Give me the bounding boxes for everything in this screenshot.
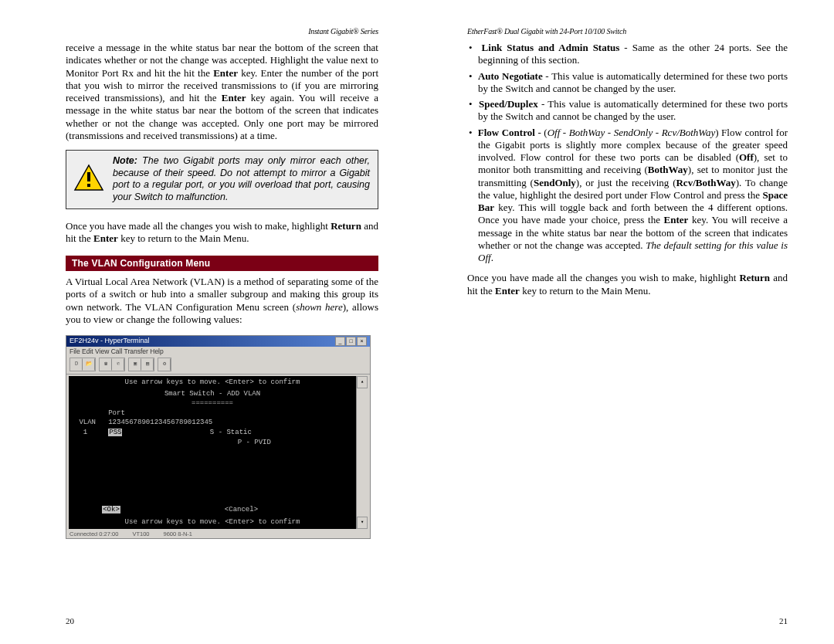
window-titlebar: EF2H24v - HyperTerminal _ □ ×: [66, 336, 370, 347]
bullet-link-status: Link Status and Admin Status - Same as t…: [467, 42, 788, 67]
terminal-screen: Use arrow keys to move. <Enter> to confi…: [69, 376, 356, 529]
toolbar-call-icon: ☎: [100, 358, 112, 371]
terminal-heading: Smart Switch - ADD VLAN: [75, 389, 350, 399]
window-toolbar: D📂 ☎✆ ▣▤ ⚙: [66, 356, 370, 375]
window-menubar: File Edit View Call Transfer Help: [66, 347, 370, 356]
toolbar-hangup-icon: ✆: [112, 358, 124, 371]
paragraph-return-1: Once you have made all the changes you w…: [66, 220, 378, 246]
note-text: Note: The two Gigabit ports may only mir…: [113, 155, 370, 204]
section-heading-vlan: The VLAN Configuration Menu: [66, 256, 378, 271]
toolbar-send-icon: ▣: [129, 358, 141, 371]
close-icon: ×: [357, 337, 367, 346]
window-statusbar: Connected 0:27:00 VT100 9600 8-N-1: [66, 530, 370, 538]
scroll-down-icon: ▾: [357, 517, 368, 529]
terminal-ok-button: <Ok>: [102, 506, 120, 514]
minimize-icon: _: [335, 337, 345, 346]
terminal-row-1-label: 1: [83, 429, 87, 436]
page-number-left: 20: [66, 616, 74, 625]
bullet-list-gigabit-ports: Link Status and Admin Status - Same as t…: [467, 42, 788, 264]
toolbar-new-icon: D: [70, 358, 83, 371]
page-left: Instant Gigabit® Series receive a messag…: [0, 0, 417, 644]
vertical-scrollbar: ▴ ▾: [356, 376, 368, 529]
svg-rect-1: [87, 172, 90, 181]
toolbar-recv-icon: ▤: [141, 358, 154, 371]
screenshot-hyperterminal: EF2H24v - HyperTerminal _ □ × File Edit …: [66, 335, 371, 539]
terminal-row-vlan-ports: 1234567890123456789012345: [108, 419, 212, 426]
scroll-up-icon: ▴: [357, 376, 368, 388]
note-callout: Note: The two Gigabit ports may only mir…: [66, 150, 378, 209]
maximize-icon: □: [346, 337, 356, 346]
terminal-legend-static: S - Static: [210, 429, 252, 436]
bullet-speed-duplex: Speed/Duplex - This value is automatical…: [467, 98, 788, 124]
terminal-hint-bottom: Use arrow keys to move. <Enter> to confi…: [69, 517, 356, 527]
paragraph-monitor-continued: receive a message in the white status ba…: [66, 42, 378, 142]
toolbar-props-icon: ⚙: [158, 358, 171, 371]
running-header-left: Instant Gigabit® Series: [66, 27, 378, 36]
svg-rect-2: [87, 184, 90, 187]
window-title: EF2H24v - HyperTerminal: [70, 337, 150, 346]
warning-icon: [73, 164, 105, 195]
toolbar-open-icon: 📂: [83, 358, 95, 371]
page-number-right: 21: [779, 616, 788, 625]
page-spread: Instant Gigabit® Series receive a messag…: [0, 0, 834, 644]
paragraph-vlan-intro: A Virtual Local Area Network (VLAN) is a…: [66, 276, 378, 326]
bullet-flow-control: Flow Control - (Off - BothWay - SendOnly…: [467, 127, 788, 265]
status-emulation: VT100: [132, 530, 149, 537]
terminal-col-port: Port: [108, 409, 125, 417]
terminal-cancel-button: <Cancel>: [225, 506, 258, 514]
terminal-row-vlan-label: VLAN: [79, 419, 96, 426]
terminal-row-1-value: PSS: [108, 429, 122, 436]
running-header-right: EtherFast® Dual Gigabit with 24-Port 10/…: [467, 27, 788, 36]
status-connected: Connected 0:27:00: [70, 530, 118, 537]
terminal-heading-underline: ==========: [75, 398, 350, 408]
status-baud: 9600 8-N-1: [164, 530, 193, 537]
paragraph-return-2: Once you have made all the changes you w…: [467, 272, 788, 297]
bullet-auto-negotiate: Auto Negotiate - This value is automatic…: [467, 70, 788, 96]
terminal-legend-pvid: P - PVID: [238, 439, 271, 446]
page-right: EtherFast® Dual Gigabit with 24-Port 10/…: [417, 0, 834, 644]
terminal-hint-top: Use arrow keys to move. <Enter> to confi…: [69, 378, 356, 388]
